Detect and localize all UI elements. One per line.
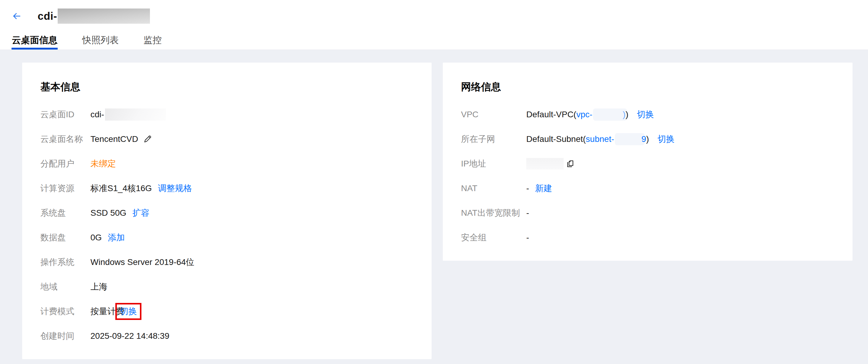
create-time-text: 2025-09-22 14:48:39: [90, 331, 169, 341]
field-label: NAT: [461, 184, 526, 193]
copy-ip-button[interactable]: [566, 160, 575, 168]
redacted-vpc-id: [593, 109, 627, 121]
field-label: 计算资源: [40, 183, 90, 194]
os-text: Windows Server 2019-64位: [90, 256, 194, 268]
nat-bandwidth-text: -: [526, 208, 529, 218]
subnet-id-tail: 9: [642, 134, 646, 144]
field-value: 2025-09-22 14:48:39: [90, 331, 169, 341]
edit-name-button[interactable]: [143, 135, 152, 144]
field-value: 未绑定: [90, 158, 116, 170]
info-row-desktop-name: 云桌面名称 TencentCVD: [40, 133, 413, 145]
field-value: cdi-: [90, 109, 166, 121]
info-row-desktop-id: 云桌面ID cdi-: [40, 109, 413, 121]
field-value: Default-Subnet(subnet- 9 ) 切换: [526, 133, 674, 145]
field-value: Default-VPC(vpc- ) ) 切换: [526, 109, 654, 121]
tab-monitoring[interactable]: 监控: [143, 31, 162, 50]
field-value: 0G 添加: [90, 232, 125, 243]
field-value: Windows Server 2019-64位: [90, 256, 194, 268]
status-badge-unbound: 未绑定: [90, 158, 116, 170]
vpc-paren-close: ): [625, 110, 628, 119]
redacted-ip-address: [526, 158, 564, 170]
tab-desktop-info[interactable]: 云桌面信息: [11, 31, 58, 50]
info-row-os: 操作系统 Windows Server 2019-64位: [40, 256, 413, 268]
vpc-id-tail: ): [623, 110, 625, 119]
vpc-id-link[interactable]: vpc-: [576, 110, 592, 119]
tab-bar: 云桌面信息 快照列表 监控: [11, 31, 162, 50]
pencil-icon: [143, 135, 152, 144]
info-row-security-group: 安全组 -: [461, 231, 834, 244]
page-title-text: cdi-: [38, 10, 57, 22]
field-label: 计费模式: [40, 306, 90, 317]
subnet-paren-close: ): [646, 134, 649, 144]
info-row-create-time: 创建时间 2025-09-22 14:48:39: [40, 330, 413, 342]
arrow-left-icon: [12, 11, 22, 21]
info-row-subnet: 所在子网 Default-Subnet(subnet- 9 ) 切换: [461, 133, 834, 145]
info-row-assigned-user: 分配用户 未绑定: [40, 158, 413, 170]
info-row-system-disk: 系统盘 SSD 50G 扩容: [40, 207, 413, 219]
field-label: IP地址: [461, 158, 526, 170]
title-row: cdi-: [11, 8, 150, 24]
info-row-nat: NAT - 新建: [461, 182, 834, 194]
basic-info-card: 基本信息 云桌面ID cdi- 云桌面名称 TencentCVD: [22, 63, 432, 359]
content-area: 基本信息 云桌面ID cdi- 云桌面名称 TencentCVD: [0, 50, 868, 359]
create-nat-link[interactable]: 新建: [535, 183, 552, 194]
info-row-vpc: VPC Default-VPC(vpc- ) ) 切换: [461, 109, 834, 121]
info-row-ip: IP地址: [461, 158, 834, 170]
desktop-name-text: TencentCVD: [90, 134, 138, 144]
back-button[interactable]: [11, 11, 22, 21]
annotation-highlight-box: 切换: [115, 303, 142, 320]
switch-subnet-link[interactable]: 切换: [657, 133, 674, 145]
field-value: - 新建: [526, 183, 552, 194]
page-title: cdi-: [38, 8, 150, 24]
field-value: 标准S1_4核16G 调整规格: [90, 183, 192, 194]
redacted-subnet-id: [615, 133, 645, 145]
field-value: -: [526, 208, 529, 218]
field-value: TencentCVD: [90, 134, 152, 144]
field-label: 数据盘: [40, 232, 90, 243]
field-value: SSD 50G 扩容: [90, 207, 149, 219]
desktop-id-prefix: cdi-: [90, 110, 104, 119]
switch-billing-link[interactable]: 切换: [120, 306, 137, 317]
redacted-title-value: [58, 8, 150, 24]
field-value: [526, 158, 575, 170]
info-row-region: 地域 上海: [40, 281, 413, 293]
card-title-basic: 基本信息: [40, 80, 413, 94]
info-row-nat-bandwidth: NAT出带宽限制 -: [461, 207, 834, 219]
redacted-desktop-id: [105, 109, 166, 121]
field-label: 操作系统: [40, 256, 90, 268]
adjust-spec-link[interactable]: 调整规格: [158, 183, 192, 194]
info-row-data-disk: 数据盘 0G 添加: [40, 231, 413, 244]
field-label: 系统盘: [40, 207, 90, 219]
field-value: -: [526, 233, 529, 243]
field-label: 所在子网: [461, 133, 526, 145]
copy-icon: [566, 160, 575, 168]
data-disk-text: 0G: [90, 233, 102, 243]
nat-value-text: -: [526, 184, 529, 193]
field-label: VPC: [461, 110, 526, 119]
switch-vpc-link[interactable]: 切换: [637, 109, 654, 120]
page: cdi- 云桌面信息 快照列表 监控 基本信息 云桌面ID cdi- 云桌面名称: [0, 0, 868, 364]
network-info-card: 网络信息 VPC Default-VPC(vpc- ) ) 切换 所在子网 De…: [443, 63, 852, 261]
detail-header: cdi- 云桌面信息 快照列表 监控: [0, 0, 868, 50]
subnet-id-link[interactable]: subnet-: [586, 134, 614, 144]
expand-disk-link[interactable]: 扩容: [132, 207, 149, 219]
field-label: 分配用户: [40, 158, 90, 170]
field-label: NAT出带宽限制: [461, 207, 526, 219]
security-group-text: -: [526, 233, 529, 243]
field-value: 上海: [90, 281, 107, 292]
vpc-name-text: Default-VPC(: [526, 110, 576, 119]
region-text: 上海: [90, 281, 107, 292]
field-label: 安全组: [461, 232, 526, 243]
info-row-compute: 计算资源 标准S1_4核16G 调整规格: [40, 182, 413, 194]
info-row-billing-mode: 计费模式 按量计费 切换: [40, 305, 413, 317]
field-label: 创建时间: [40, 330, 90, 342]
subnet-name-text: Default-Subnet(: [526, 134, 586, 144]
field-label: 云桌面名称: [40, 133, 90, 145]
system-disk-text: SSD 50G: [90, 208, 126, 218]
add-data-disk-link[interactable]: 添加: [108, 232, 125, 243]
compute-spec-text: 标准S1_4核16G: [90, 183, 152, 194]
field-value: 按量计费 切换: [90, 303, 142, 320]
card-title-network: 网络信息: [461, 80, 834, 94]
field-label: 地域: [40, 281, 90, 292]
tab-snapshot-list[interactable]: 快照列表: [82, 31, 119, 50]
